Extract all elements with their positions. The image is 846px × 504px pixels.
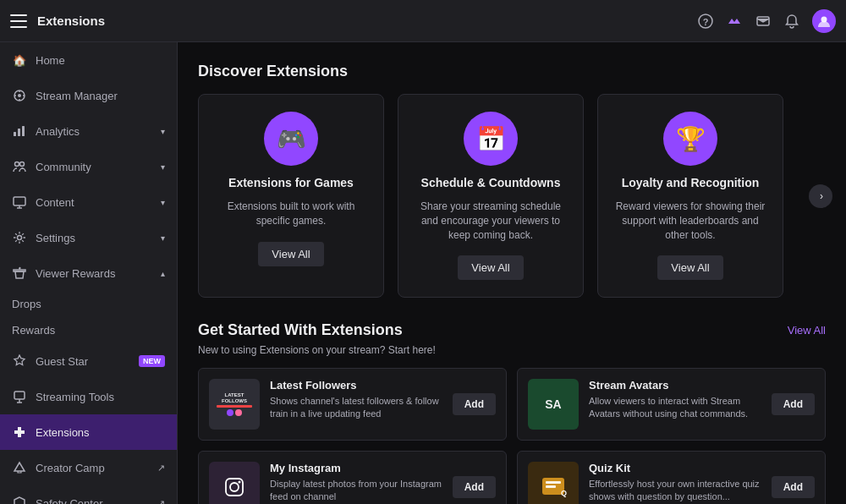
sa-text: SA bbox=[545, 397, 561, 411]
sidebar-item-label: Home bbox=[36, 54, 165, 67]
sidebar-item-analytics[interactable]: Analytics ▾ bbox=[0, 113, 177, 149]
sidebar-item-label: Viewer Rewards bbox=[36, 267, 152, 280]
sidebar-item-rewards[interactable]: Rewards bbox=[0, 317, 177, 343]
hamburger-menu-button[interactable] bbox=[10, 14, 27, 28]
chevron-down-icon: ▾ bbox=[161, 127, 165, 136]
sidebar-item-community[interactable]: Community ▾ bbox=[0, 149, 177, 184]
community-icon bbox=[12, 159, 27, 174]
sidebar-item-content[interactable]: Content ▾ bbox=[0, 184, 177, 220]
view-all-link[interactable]: View All bbox=[788, 324, 826, 337]
svg-rect-18 bbox=[546, 481, 561, 484]
extensions-icon bbox=[12, 425, 27, 440]
avatar[interactable] bbox=[812, 9, 836, 33]
notifications-icon[interactable] bbox=[783, 13, 800, 30]
add-instagram-button[interactable]: Add bbox=[453, 476, 496, 498]
svg-rect-8 bbox=[22, 126, 25, 136]
get-started-subtitle: New to using Extensions on your stream? … bbox=[198, 344, 826, 356]
ext-info: Latest Followers Shows channel's latest … bbox=[270, 379, 442, 420]
sidebar-item-settings[interactable]: Settings ▾ bbox=[0, 220, 177, 255]
sidebar-item-label: Creator Camp bbox=[36, 462, 149, 474]
chevron-down-icon: ▾ bbox=[161, 233, 165, 243]
svg-rect-13 bbox=[14, 392, 25, 399]
svg-point-16 bbox=[239, 481, 241, 484]
topbar-left: Extensions bbox=[10, 14, 105, 28]
svg-rect-11 bbox=[14, 197, 25, 205]
new-badge: NEW bbox=[139, 355, 165, 367]
list-item: Q Quiz Kit Effortlessly host your own in… bbox=[517, 451, 826, 504]
sidebar-item-streaming-tools[interactable]: Streaming Tools bbox=[0, 379, 177, 414]
ext-name: My Instagram bbox=[270, 462, 442, 474]
sidebar-item-label: Rewards bbox=[12, 324, 55, 337]
view-all-schedule-button[interactable]: View All bbox=[458, 255, 523, 280]
card-desc: Share your streaming schedule and encour… bbox=[412, 200, 569, 242]
category-card-loyalty[interactable]: 🏆 Loyalty and Recognition Reward viewers… bbox=[597, 94, 783, 298]
get-started-title: Get Started With Extensions bbox=[198, 321, 403, 339]
chevron-up-icon: ▴ bbox=[161, 269, 165, 278]
category-card-games[interactable]: 🎮 Extensions for Games Extensions built … bbox=[198, 94, 384, 298]
settings-icon bbox=[12, 230, 27, 245]
category-cards-row: 🎮 Extensions for Games Extensions built … bbox=[198, 94, 826, 298]
instagram-thumb bbox=[209, 462, 260, 504]
latest-followers-thumb: LATESTFOLLOWS bbox=[209, 379, 260, 430]
ext-desc: Shows channel's latest followers & follo… bbox=[270, 395, 442, 420]
quiz-kit-thumb: Q bbox=[528, 462, 579, 504]
content-icon bbox=[12, 194, 27, 210]
sidebar-item-guest-star[interactable]: Guest Star NEW bbox=[0, 343, 177, 379]
prime-icon[interactable] bbox=[726, 13, 743, 30]
cards-scroll-right-button[interactable]: › bbox=[809, 184, 832, 208]
card-title: Schedule & Countdowns bbox=[421, 176, 561, 189]
add-stream-avatars-button[interactable]: Add bbox=[772, 393, 815, 415]
chevron-right-icon: › bbox=[820, 190, 823, 202]
extensions-list: LATESTFOLLOWS Latest Followers Shows cha… bbox=[198, 368, 826, 504]
svg-point-9 bbox=[15, 162, 19, 167]
inbox-icon[interactable] bbox=[755, 13, 772, 30]
card-desc: Extensions built to work with specific g… bbox=[212, 200, 370, 228]
sidebar-item-label: Extensions bbox=[36, 426, 165, 439]
sidebar-item-drops[interactable]: Drops bbox=[0, 291, 177, 317]
get-started-header: Get Started With Extensions View All bbox=[198, 321, 826, 339]
sidebar-item-label: Drops bbox=[12, 298, 41, 310]
list-item: My Instagram Display latest photos from … bbox=[198, 451, 507, 504]
card-title: Extensions for Games bbox=[228, 176, 354, 189]
sidebar-item-creator-camp[interactable]: Creator Camp ↗ bbox=[0, 450, 177, 485]
svg-rect-7 bbox=[18, 129, 20, 136]
sidebar-item-extensions[interactable]: Extensions bbox=[0, 414, 177, 450]
svg-point-12 bbox=[18, 236, 22, 240]
sidebar-item-viewer-rewards[interactable]: Viewer Rewards ▴ bbox=[0, 255, 177, 291]
view-all-loyalty-button[interactable]: View All bbox=[657, 255, 722, 280]
svg-point-5 bbox=[18, 94, 21, 97]
add-quiz-kit-button[interactable]: Add bbox=[772, 476, 815, 498]
ext-desc: Allow viewers to interact with Stream Av… bbox=[589, 395, 761, 420]
svg-text:Q: Q bbox=[561, 489, 567, 497]
viewer-rewards-icon bbox=[12, 266, 27, 281]
sidebar-item-home[interactable]: 🏠 Home bbox=[0, 42, 177, 78]
main-content: Discover Extensions 🎮 Extensions for Gam… bbox=[178, 42, 846, 504]
add-latest-followers-button[interactable]: Add bbox=[453, 393, 496, 415]
external-link-icon: ↗ bbox=[157, 498, 165, 505]
sidebar-item-label: Stream Manager bbox=[36, 90, 165, 102]
view-all-games-button[interactable]: View All bbox=[258, 242, 323, 266]
sidebar-item-label: Analytics bbox=[36, 125, 152, 138]
category-card-schedule[interactable]: 📅 Schedule & Countdowns Share your strea… bbox=[398, 94, 584, 298]
sidebar-item-safety-center[interactable]: Safety Center ↗ bbox=[0, 485, 177, 504]
safety-center-icon bbox=[12, 496, 27, 504]
ext-desc: Display latest photos from your Instagra… bbox=[270, 478, 442, 503]
card-desc: Reward viewers for showing their support… bbox=[612, 200, 769, 242]
svg-point-10 bbox=[20, 162, 25, 167]
sidebar-item-stream-manager[interactable]: Stream Manager bbox=[0, 78, 177, 113]
creator-camp-icon bbox=[12, 460, 27, 475]
help-icon[interactable]: ? bbox=[697, 13, 714, 30]
stream-manager-icon bbox=[12, 88, 27, 103]
svg-rect-19 bbox=[546, 485, 556, 488]
sidebar-item-label: Community bbox=[36, 161, 152, 173]
page-title: Extensions bbox=[37, 14, 105, 28]
list-item: SA Stream Avatars Allow viewers to inter… bbox=[517, 368, 826, 441]
list-item: LATESTFOLLOWS Latest Followers Shows cha… bbox=[198, 368, 507, 441]
streaming-tools-icon bbox=[12, 389, 27, 404]
topbar: Extensions ? bbox=[0, 0, 846, 42]
layout: 🏠 Home Stream Manager Analyti bbox=[0, 42, 846, 504]
ext-name: Stream Avatars bbox=[589, 379, 761, 392]
stream-avatars-thumb: SA bbox=[528, 379, 579, 430]
svg-rect-6 bbox=[14, 132, 16, 136]
topbar-right: ? bbox=[697, 9, 836, 33]
